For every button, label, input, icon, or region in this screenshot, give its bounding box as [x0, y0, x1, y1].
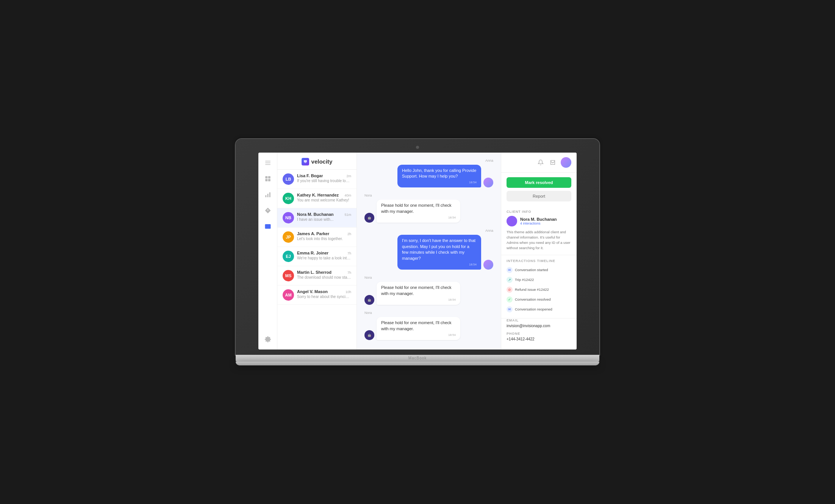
conv-avatar: NB	[283, 212, 294, 223]
client-name: Nora M. Buchanan	[520, 217, 557, 222]
conv-time: 2m	[346, 174, 351, 178]
right-panel-actions: Mark resolved Report	[501, 173, 577, 206]
timeline-item: ↗ Trip #12422	[507, 275, 571, 285]
conv-name: Nora M. Buchanan	[297, 212, 334, 217]
conv-time: 10h	[346, 290, 351, 294]
client-header: Nora M. Buchanan 4 interactions	[507, 216, 571, 226]
conv-time: 2h	[347, 232, 351, 236]
conv-info: Nora M. Buchanan 51m I have an issue wit…	[297, 212, 351, 222]
user-avatar[interactable]	[561, 157, 571, 168]
laptop-camera	[416, 146, 419, 149]
conversation-item[interactable]: MS Martin L. Sherrod 7h The download sho…	[277, 266, 357, 286]
phone-label: PHONE	[507, 332, 571, 335]
client-details: Nora M. Buchanan 4 interactions	[520, 217, 557, 225]
right-panel: Mark resolved Report CLIENT INFO Nora M.…	[501, 153, 577, 350]
timeline-icon: ✓	[507, 296, 513, 303]
conversation-item[interactable]: JP James A. Parker 2h Let's look into th…	[277, 228, 357, 247]
mark-resolved-button[interactable]: Mark resolved	[507, 177, 571, 188]
agent-avatar	[483, 178, 493, 187]
message-group: Nora 🤖 Please hold for one moment, I'll …	[364, 193, 493, 223]
svg-rect-2	[265, 164, 271, 165]
conv-preview: We're happy to take a look into...	[297, 256, 351, 260]
timeline-label: Conversation resolved	[515, 297, 551, 301]
conv-name: Martin L. Sherrod	[297, 270, 331, 275]
conv-preview: The download should now start...	[297, 275, 351, 279]
conv-avatar: KH	[283, 193, 294, 204]
conv-name-row: Angel V. Mason 10h	[297, 289, 351, 294]
svg-rect-7	[265, 195, 266, 197]
msg-text: Please hold for one moment, I'll check w…	[381, 203, 456, 214]
timeline-label: Conversation reopened	[515, 307, 552, 311]
conv-name-row: James A. Parker 2h	[297, 231, 351, 236]
conv-name-row: Martin L. Sherrod 7h	[297, 270, 351, 275]
msg-text: Please hold for one moment, I'll check w…	[381, 320, 456, 332]
msg-text: Please hold for one moment, I'll check w…	[381, 285, 456, 296]
user-chat-avatar: 🤖	[364, 330, 374, 340]
conversation-item[interactable]: NB Nora M. Buchanan 51m I have an issue …	[277, 208, 357, 228]
conv-info: Emma R. Joiner 7h We're happy to take a …	[297, 251, 351, 260]
svg-rect-9	[269, 192, 270, 197]
report-button[interactable]: Report	[507, 191, 571, 201]
message-bubble: Please hold for one moment, I'll check w…	[377, 317, 460, 340]
msg-sender-label: Nora	[364, 193, 493, 197]
message-bubble: Hello John, thank you for calling Provid…	[397, 165, 481, 188]
brand: velocity	[302, 158, 333, 165]
message-group: Nora 🤖 Please hold for one moment, I'll …	[364, 276, 493, 305]
client-info-title: CLIENT INFO	[501, 206, 577, 216]
notification-icon[interactable]	[536, 158, 545, 167]
conv-avatar: MS	[283, 270, 294, 281]
phone-value: +144-3412-4422	[507, 337, 571, 341]
message-bubble: Please hold for one moment, I'll check w…	[377, 282, 460, 305]
message-group: Anna Hello John, thank you for calling P…	[364, 159, 493, 188]
client-description: This theme adds additional client and ch…	[507, 229, 571, 251]
laptop-wrapper: velocity LB Lisa F. Bogar 2m If you're s…	[236, 139, 599, 365]
user-chat-avatar: 🤖	[364, 213, 374, 223]
client-avatar	[507, 216, 517, 226]
conv-avatar: AM	[283, 289, 294, 301]
client-info-section: Nora M. Buchanan 4 interactions This the…	[501, 216, 577, 255]
svg-rect-1	[265, 162, 271, 163]
conversation-list-header: velocity	[277, 153, 357, 170]
conv-time: 7h	[347, 271, 351, 275]
msg-sender-label: Nora	[364, 311, 493, 315]
conv-preview: Let's look into this together.	[297, 237, 351, 241]
conv-name: Lisa F. Bogar	[297, 173, 323, 178]
svg-rect-0	[265, 161, 271, 161]
conv-avatar: EJ	[283, 251, 294, 262]
timeline-label: Trip #12422	[515, 278, 534, 282]
nav-icon-settings[interactable]	[264, 335, 272, 343]
conv-name-row: Lisa F. Bogar 2m	[297, 173, 351, 178]
conv-preview: Sorry to hear about the syncing...	[297, 295, 351, 299]
msg-time: 18:54	[402, 180, 477, 184]
nav-icon-menu[interactable]	[264, 159, 272, 167]
chat-messages[interactable]: Anna Hello John, thank you for calling P…	[357, 153, 501, 350]
chat-area: Anna Hello John, thank you for calling P…	[357, 153, 501, 350]
conversation-item[interactable]: EJ Emma R. Joiner 7h We're happy to take…	[277, 247, 357, 266]
conversation-item[interactable]: KH Kathey K. Hernandez 40m You are most …	[277, 189, 357, 208]
msg-time: 18:54	[381, 215, 456, 220]
conv-name-row: Emma R. Joiner 7h	[297, 251, 351, 255]
nav-icon-tag[interactable]	[264, 206, 272, 215]
timeline-label: Conversation started	[515, 268, 548, 272]
right-panel-header	[501, 153, 577, 173]
email-value: invision@invisionapp.com	[507, 324, 571, 328]
nav-icon-mail[interactable]	[264, 222, 272, 231]
nav-icon-chart[interactable]	[264, 190, 272, 199]
conv-name: Angel V. Mason	[297, 289, 328, 294]
contact-section: EMAIL invision@invisionapp.com PHONE +14…	[501, 318, 577, 349]
timeline-label: Refund issue #12422	[515, 287, 549, 292]
conv-avatar: LB	[283, 173, 294, 185]
conversation-item[interactable]: LB Lisa F. Bogar 2m If you're still havi…	[277, 170, 357, 189]
conv-time: 51m	[344, 213, 351, 217]
nav-icon-grid[interactable]	[264, 175, 272, 183]
conversation-item[interactable]: AM Angel V. Mason 10h Sorry to hear abou…	[277, 286, 357, 305]
compose-icon[interactable]	[549, 158, 557, 167]
conv-name-row: Nora M. Buchanan 51m	[297, 212, 351, 217]
conversation-list-items: LB Lisa F. Bogar 2m If you're still havi…	[277, 170, 357, 305]
timeline-item: ✓ Conversation resolved	[507, 295, 571, 304]
conversation-list: velocity LB Lisa F. Bogar 2m If you're s…	[277, 153, 357, 350]
timeline-item: ✉ Conversation reopened	[507, 304, 571, 314]
msg-text: I'm sorry, I don't have the answer to th…	[402, 238, 477, 261]
timeline-item: ⊘ Refund issue #12422	[507, 285, 571, 295]
msg-row: I'm sorry, I don't have the answer to th…	[364, 235, 493, 270]
